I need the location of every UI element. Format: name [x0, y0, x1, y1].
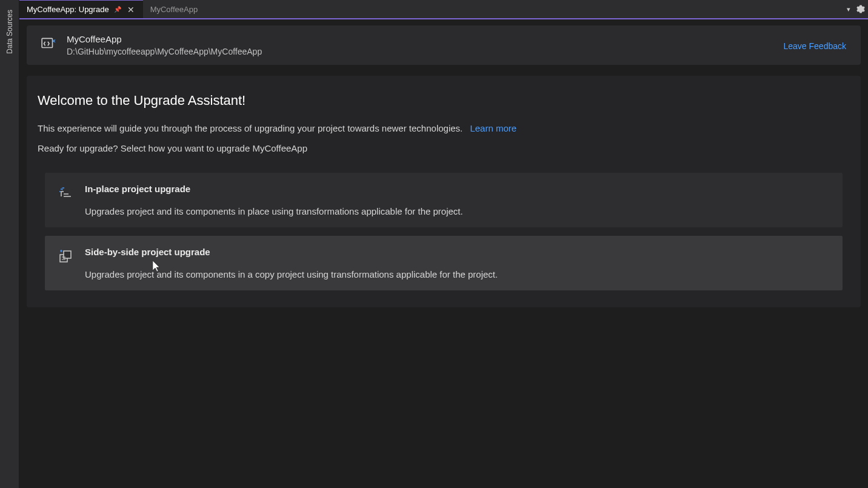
welcome-title: Welcome to the Upgrade Assistant!: [38, 93, 850, 109]
svg-point-1: [61, 189, 62, 190]
inplace-upgrade-icon: [57, 185, 75, 203]
project-path: D:\GitHub\mycoffeeapp\MyCoffeeApp\MyCoff…: [67, 47, 262, 56]
option-inplace-upgrade[interactable]: In-place project upgrade Upgrades projec…: [45, 173, 843, 227]
welcome-subtitle: This experience will guide you through t…: [38, 123, 850, 133]
content-wrapper: MyCoffeeApp D:\GitHub\mycoffeeapp\MyCoff…: [19, 21, 868, 488]
option-description: Upgrades project and its components in p…: [85, 206, 830, 216]
project-name: MyCoffeeApp: [67, 34, 262, 44]
tab-upgrade[interactable]: MyCoffeeApp: Upgrade 📌 ✕: [19, 0, 143, 18]
option-sidebyside-upgrade[interactable]: Side-by-side project upgrade Upgrades pr…: [45, 236, 843, 290]
option-description: Upgrades project and its components in a…: [85, 269, 830, 279]
sidebyside-upgrade-icon: [57, 248, 75, 266]
main-content: Welcome to the Upgrade Assistant! This e…: [27, 76, 861, 307]
option-title: In-place project upgrade: [85, 184, 830, 194]
gear-icon[interactable]: [856, 4, 866, 14]
welcome-subtitle-text: This experience will guide you through t…: [38, 123, 462, 133]
tab-bar-right: ▾: [844, 0, 866, 18]
tab-bar: MyCoffeeApp: Upgrade 📌 ✕ MyCoffeeApp ▾: [19, 0, 868, 19]
svg-point-2: [63, 187, 64, 189]
vertical-sidebar: Data Sources: [0, 0, 19, 488]
ready-text: Ready for upgrade? Select how you want t…: [38, 143, 850, 153]
project-info: MyCoffeeApp D:\GitHub\mycoffeeapp\MyCoff…: [67, 34, 262, 56]
csharp-project-icon: [40, 35, 57, 52]
data-sources-tab[interactable]: Data Sources: [3, 5, 16, 59]
header-panel: MyCoffeeApp D:\GitHub\mycoffeeapp\MyCoff…: [27, 25, 861, 65]
pin-icon[interactable]: 📌: [114, 6, 121, 13]
tab-label: MyCoffeeApp: [150, 5, 198, 14]
svg-point-3: [59, 191, 61, 192]
learn-more-link[interactable]: Learn more: [470, 123, 516, 133]
option-content: In-place project upgrade Upgrades projec…: [85, 184, 830, 216]
main-area: MyCoffeeApp: Upgrade 📌 ✕ MyCoffeeApp ▾: [19, 0, 868, 488]
close-icon[interactable]: ✕: [126, 5, 136, 15]
tab-label: MyCoffeeApp: Upgrade: [27, 5, 109, 14]
option-content: Side-by-side project upgrade Upgrades pr…: [85, 247, 830, 279]
leave-feedback-link[interactable]: Leave Feedback: [783, 41, 846, 51]
tab-mycoffeeapp[interactable]: MyCoffeeApp: [143, 0, 205, 18]
svg-rect-0: [42, 38, 52, 47]
dropdown-icon[interactable]: ▾: [844, 4, 853, 14]
option-title: Side-by-side project upgrade: [85, 247, 830, 257]
